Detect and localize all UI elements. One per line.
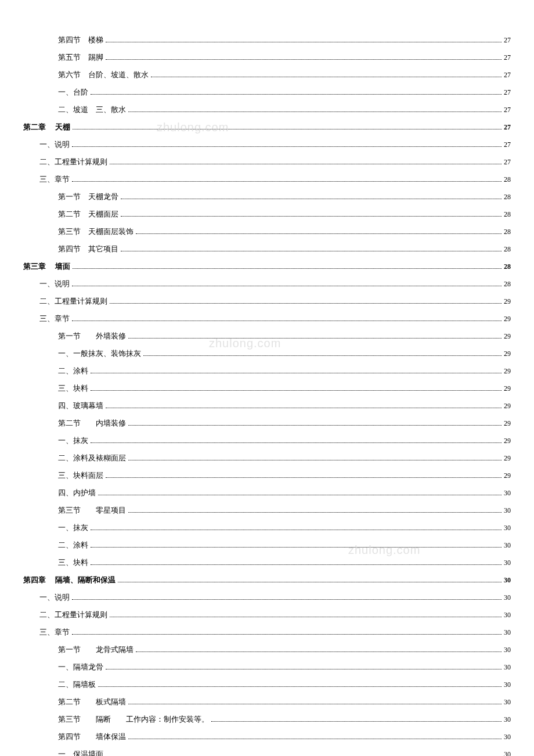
toc-entry: 二、隔墙板30 [23, 679, 511, 690]
toc-page-number: 30 [504, 750, 511, 756]
toc-page-number: 27 [504, 36, 511, 45]
toc-entry: 第二章 天棚27 [23, 122, 511, 132]
toc-entry: 二、涂料29 [23, 366, 511, 376]
toc-entry: 一、说明27 [23, 139, 511, 150]
toc-entry: 一、说明30 [23, 592, 511, 603]
toc-entry: 二、工程量计算规则27 [23, 157, 511, 167]
toc-page-number: 30 [504, 576, 511, 585]
toc-label: 一、说明 [39, 592, 70, 603]
toc-page-number: 29 [504, 419, 511, 428]
toc-dots [73, 268, 501, 269]
toc-label: 第四节 楼梯 [58, 35, 103, 45]
toc-label: 第四节 墙体保温 [58, 732, 126, 742]
toc-page-number: 29 [504, 315, 511, 323]
toc-entry: 一、说明28 [23, 279, 511, 289]
toc-dots [91, 442, 501, 443]
toc-dots [118, 582, 501, 582]
toc-page-number: 30 [504, 506, 511, 515]
toc-label: 第二节 板式隔墙 [58, 697, 126, 707]
toc-label: 三、章节 [39, 627, 70, 638]
toc-entry: 三、章节29 [23, 314, 511, 324]
toc-entry: 第一节 龙骨式隔墙30 [23, 645, 511, 655]
toc-page-number: 28 [504, 262, 511, 271]
toc-entry: 第二节 内墙装修29 [23, 418, 511, 429]
toc-page-number: 29 [504, 297, 511, 306]
toc-entry: 四、玻璃幕墙29 [23, 401, 511, 411]
toc-entry: 二、坡道 三、散水27 [23, 105, 511, 115]
toc-label: 第二节 天棚面层 [58, 209, 118, 219]
toc-label: 二、工程量计算规则 [39, 296, 107, 307]
toc-page-number: 30 [504, 559, 511, 567]
toc-label: 第一节 外墙装修 [58, 331, 126, 341]
toc-entry: 一、抹灰29 [23, 435, 511, 446]
toc-label: 二、涂料 [58, 366, 88, 376]
toc-label: 四、玻璃幕墙 [58, 401, 103, 411]
toc-entry: 第一节 外墙装修29 [23, 331, 511, 341]
toc-entry: 第四章 隔墙、隔断和保温30 [23, 575, 511, 585]
toc-label: 第二节 内墙装修 [58, 418, 126, 429]
toc-page-number: 28 [504, 175, 511, 184]
toc-label: 一、保温墙面 [58, 749, 103, 756]
toc-page-number: 29 [504, 454, 511, 463]
toc-page-number: 30 [504, 489, 511, 498]
toc-dots [110, 303, 501, 304]
toc-page-number: 29 [504, 332, 511, 341]
toc-label: 第四章 隔墙、隔断和保温 [23, 575, 116, 585]
toc-dots [128, 111, 501, 112]
toc-page-number: 30 [504, 646, 511, 654]
toc-dots [106, 42, 501, 42]
toc-label: 三、章节 [39, 174, 70, 185]
toc-entry: 三、章节28 [23, 174, 511, 185]
toc-entry: 二、涂料及裱糊面层29 [23, 453, 511, 463]
toc-entry: 三、块料30 [23, 557, 511, 568]
toc-page-number: 27 [504, 158, 511, 167]
toc-page-number: 30 [504, 663, 511, 672]
toc-dots [128, 338, 501, 339]
toc-dots [98, 495, 501, 495]
toc-label: 第三章 墙面 [23, 261, 70, 272]
toc-dots [72, 321, 501, 321]
toc-label: 一、台阶 [58, 87, 88, 98]
toc-label: 二、隔墙板 [58, 679, 96, 690]
toc-label: 三、块料面层 [58, 470, 103, 481]
toc-dots [136, 233, 501, 234]
toc-page-number: 29 [504, 384, 511, 393]
toc-entry: 二、涂料30 [23, 540, 511, 550]
toc-dots [91, 530, 501, 530]
toc-label: 一、说明 [39, 279, 70, 289]
toc-dots [91, 390, 501, 391]
toc-label: 第三节 天棚面层装饰 [58, 226, 134, 237]
toc-dots [106, 59, 501, 60]
toc-page-number: 29 [504, 367, 511, 376]
toc-entry: 第二节 板式隔墙30 [23, 697, 511, 707]
toc-entry: 第三节 隔断 工作内容：制作安装等。30 [23, 714, 511, 725]
toc-label: 一、抹灰 [58, 523, 88, 533]
toc-dots [128, 704, 501, 704]
toc-label: 第五节 踢脚 [58, 52, 103, 63]
toc-entry: 第五节 踢脚27 [23, 52, 511, 63]
toc-dots [72, 286, 501, 286]
toc-page-number: 30 [504, 628, 511, 637]
toc-label: 二、涂料 [58, 540, 88, 550]
toc-page-number: 29 [504, 350, 511, 358]
toc-dots [143, 355, 501, 356]
toc-dots [91, 373, 501, 373]
toc-label: 第四节 其它项目 [58, 244, 118, 254]
toc-entry: 第二节 天棚面层28 [23, 209, 511, 219]
toc-page-number: 30 [504, 715, 511, 724]
toc-page-number: 28 [504, 228, 511, 236]
toc-label: 二、涂料及裱糊面层 [58, 453, 126, 463]
toc-dots [110, 164, 501, 164]
toc-label: 一、一般抹灰、装饰抹灰 [58, 348, 141, 359]
toc-dots [98, 686, 501, 687]
toc-dots [121, 199, 501, 199]
toc-page-number: 28 [504, 210, 511, 219]
toc-page-number: 28 [504, 193, 511, 201]
toc-dots [72, 146, 501, 147]
toc-page-number: 30 [504, 681, 511, 689]
toc-dots [128, 460, 501, 460]
toc-page-number: 27 [504, 88, 511, 97]
toc-page-number: 28 [504, 280, 511, 289]
toc-entry: 一、隔墙龙骨30 [23, 662, 511, 672]
toc-entry: 第三节 天棚面层装饰28 [23, 226, 511, 237]
